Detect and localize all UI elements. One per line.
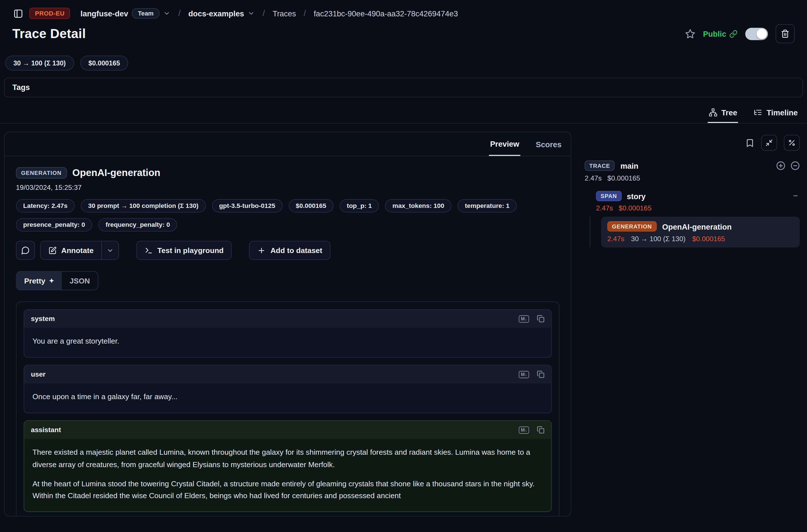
frequency-penalty-pill: frequency_penalty: 0	[98, 218, 177, 231]
span-metrics: 2.47s $0.000165	[596, 204, 800, 212]
latency-pill: Latency: 2.47s	[16, 199, 75, 212]
detail-body: GENERATION OpenAI-generation 19/03/2024,…	[4, 156, 570, 516]
app: PROD-EU langfuse-dev Team / docs-example…	[0, 0, 807, 532]
span-badge: SPAN	[596, 191, 622, 201]
annotate-dropdown-button[interactable]	[101, 241, 119, 260]
detail-tabs: Preview Scores	[4, 132, 570, 156]
chevron-down-icon[interactable]	[248, 10, 255, 17]
format-toggle: Pretty ✦ JSON	[16, 271, 98, 290]
tab-tree[interactable]: Tree	[707, 103, 738, 123]
breadcrumb-traces-link[interactable]: Traces	[273, 9, 296, 18]
breadcrumb-org[interactable]: langfuse-dev Team	[80, 8, 170, 18]
breadcrumb: PROD-EU langfuse-dev Team / docs-example…	[0, 0, 807, 19]
generation-timestamp: 19/03/2024, 15:25:37	[16, 184, 560, 191]
sidebar-toggle-icon[interactable]	[13, 8, 23, 18]
breadcrumb-separator: /	[302, 9, 307, 18]
collapse-children-icon[interactable]: −	[793, 192, 800, 201]
delete-trace-button[interactable]	[776, 24, 794, 43]
message-assistant: assistant M↓ There existed a majestic pl…	[24, 421, 552, 512]
annotate-button[interactable]: Annotate	[40, 241, 102, 260]
tree-row-actions	[776, 161, 800, 170]
span-cost: $0.000165	[619, 204, 652, 212]
generation-tokens: 30 → 100 (Σ 130)	[631, 235, 686, 243]
chevron-down-icon[interactable]	[163, 10, 171, 17]
comment-button[interactable]	[16, 241, 35, 260]
format-pretty-button[interactable]: Pretty ✦	[16, 272, 62, 290]
generation-node-name: OpenAI-generation	[662, 222, 732, 231]
environment-badge: PROD-EU	[29, 7, 70, 19]
bookmark-icon[interactable]	[745, 138, 754, 148]
max-tokens-pill: max_tokens: 100	[385, 199, 451, 212]
org-plan-badge: Team	[132, 8, 160, 18]
messages-container: system M↓ You are a great storyteller.	[16, 302, 560, 516]
tab-preview[interactable]: Preview	[489, 132, 520, 156]
toggle-metrics-button[interactable]	[784, 135, 800, 151]
main-content: Preview Scores GENERATION OpenAI-generat…	[0, 124, 807, 517]
public-label: Public	[703, 29, 726, 38]
generation-metadata-pills: Latency: 2.47s 30 prompt → 100 completio…	[16, 199, 560, 212]
collapse-all-button[interactable]	[761, 135, 777, 151]
add-to-dataset-button[interactable]: Add to dataset	[249, 241, 331, 260]
public-toggle[interactable]	[745, 27, 768, 40]
message-tools: M↓	[519, 426, 545, 434]
annotate-split-button: Annotate	[40, 241, 119, 260]
message-role: assistant	[31, 426, 61, 434]
breadcrumb-project[interactable]: docs-examples	[188, 9, 255, 18]
generation-row: GENERATION OpenAI-generation	[607, 221, 793, 231]
message-role: user	[31, 370, 45, 378]
tree-node-generation-selected[interactable]: GENERATION OpenAI-generation 2.47s 30 → …	[601, 217, 800, 247]
tree-node-span[interactable]: SPAN story − 2.47s $0.000165	[596, 191, 800, 212]
generation-metrics: 2.47s 30 → 100 (Σ 130) $0.000165	[607, 235, 793, 243]
generation-cost: $0.000165	[692, 235, 725, 243]
tab-timeline[interactable]: Timeline	[753, 103, 799, 123]
observation-type-badge: GENERATION	[16, 167, 67, 178]
markdown-toggle-icon[interactable]: M↓	[519, 371, 529, 378]
share-link-icon[interactable]	[729, 30, 737, 38]
breadcrumb-separator: /	[261, 9, 266, 18]
page-title: Trace Detail	[13, 26, 86, 41]
generation-metadata-pills-2: presence_penalty: 0 frequency_penalty: 0	[16, 218, 560, 231]
generation-name: OpenAI-generation	[72, 167, 160, 178]
copy-icon[interactable]	[537, 370, 544, 378]
span-row: SPAN story −	[596, 191, 800, 201]
markdown-toggle-icon[interactable]: M↓	[519, 426, 529, 434]
breadcrumb-trace-id: fac231bc-90ee-490a-aa32-78c4269474e3	[314, 9, 458, 18]
pen-icon	[48, 246, 56, 254]
generation-actions: Annotate Test in playground	[16, 241, 560, 260]
header-actions: Public	[685, 24, 795, 43]
collapse-node-icon[interactable]	[791, 161, 800, 170]
trace-badge: TRACE	[585, 160, 615, 171]
cost-pill: $0.000165	[289, 199, 334, 212]
message-tools: M↓	[519, 370, 545, 378]
markdown-toggle-icon[interactable]: M↓	[519, 315, 529, 322]
star-icon[interactable]	[685, 28, 695, 39]
tree-node-trace[interactable]: TRACE main	[585, 160, 800, 171]
test-in-playground-button[interactable]: Test in playground	[136, 241, 232, 260]
terminal-icon	[145, 246, 153, 254]
tags-label: Tags	[13, 83, 30, 92]
message-user: user M↓ Once upon a time in a galaxy far…	[24, 365, 552, 414]
copy-icon[interactable]	[537, 315, 544, 322]
cost-badge: $0.000165	[80, 56, 128, 71]
format-json-button[interactable]: JSON	[62, 272, 98, 290]
trace-stats: 30 → 100 (Σ 130) $0.000165	[0, 43, 807, 71]
expand-all-icon[interactable]	[776, 161, 786, 170]
span-children: GENERATION OpenAI-generation 2.47s 30 → …	[590, 217, 800, 247]
token-usage-badge: 30 → 100 (Σ 130)	[5, 56, 74, 71]
message-header: system M↓	[24, 310, 551, 328]
plus-icon	[258, 246, 266, 254]
tree-toolbar	[585, 135, 800, 151]
trace-cost: $0.000165	[607, 174, 640, 182]
presence-penalty-pill: presence_penalty: 0	[16, 218, 92, 231]
public-visibility: Public	[703, 29, 737, 38]
sparkle-icon: ✦	[49, 277, 54, 284]
trace-latency: 2.47s	[585, 174, 602, 182]
copy-icon[interactable]	[537, 426, 544, 434]
message-header: assistant M↓	[24, 421, 551, 439]
page-header: Trace Detail Public	[0, 19, 807, 43]
generation-title-row: GENERATION OpenAI-generation	[16, 167, 560, 178]
tags-section[interactable]: Tags	[4, 78, 803, 97]
message-content: Once upon a time in a galaxy far, far aw…	[24, 383, 551, 413]
tab-scores[interactable]: Scores	[535, 132, 563, 156]
breadcrumb-separator: /	[176, 9, 182, 18]
